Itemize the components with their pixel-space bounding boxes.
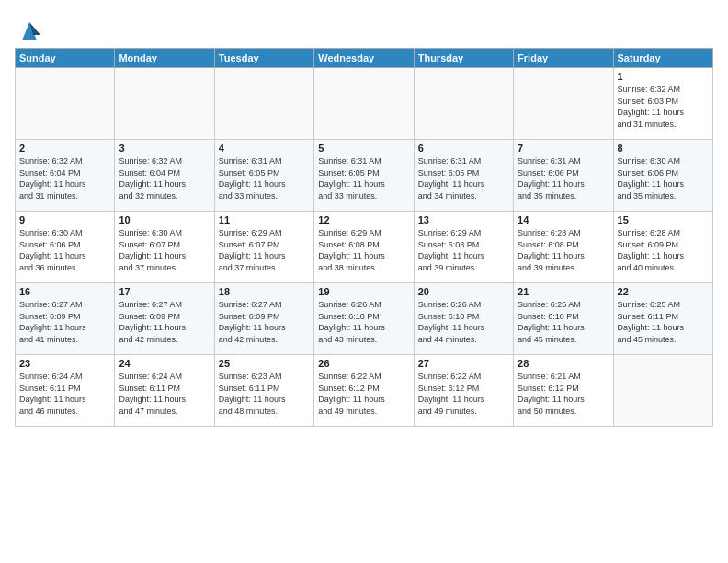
weekday-header-friday: Friday bbox=[514, 49, 613, 68]
day-cell bbox=[214, 68, 313, 140]
day-number: 1 bbox=[618, 71, 709, 82]
weekday-header-thursday: Thursday bbox=[414, 49, 513, 68]
calendar-table: SundayMondayTuesdayWednesdayThursdayFrid… bbox=[15, 48, 713, 427]
day-cell: 25Sunrise: 6:23 AM Sunset: 6:11 PM Dayli… bbox=[214, 355, 313, 427]
week-row-3: 9Sunrise: 6:30 AM Sunset: 6:06 PM Daylig… bbox=[16, 212, 713, 283]
day-cell: 9Sunrise: 6:30 AM Sunset: 6:06 PM Daylig… bbox=[16, 212, 115, 283]
day-info: Sunrise: 6:22 AM Sunset: 6:12 PM Dayligh… bbox=[318, 371, 409, 417]
day-info: Sunrise: 6:26 AM Sunset: 6:10 PM Dayligh… bbox=[418, 299, 509, 345]
day-info: Sunrise: 6:28 AM Sunset: 6:09 PM Dayligh… bbox=[618, 227, 709, 273]
day-cell: 27Sunrise: 6:22 AM Sunset: 6:12 PM Dayli… bbox=[414, 355, 513, 427]
day-info: Sunrise: 6:30 AM Sunset: 6:06 PM Dayligh… bbox=[19, 227, 110, 273]
day-number: 6 bbox=[418, 143, 509, 154]
day-cell: 20Sunrise: 6:26 AM Sunset: 6:10 PM Dayli… bbox=[414, 283, 513, 355]
day-cell bbox=[16, 68, 115, 140]
day-cell: 23Sunrise: 6:24 AM Sunset: 6:11 PM Dayli… bbox=[16, 355, 115, 427]
day-info: Sunrise: 6:31 AM Sunset: 6:05 PM Dayligh… bbox=[418, 155, 509, 201]
day-info: Sunrise: 6:25 AM Sunset: 6:10 PM Dayligh… bbox=[518, 299, 609, 345]
day-number: 17 bbox=[119, 286, 210, 297]
day-info: Sunrise: 6:27 AM Sunset: 6:09 PM Dayligh… bbox=[119, 299, 210, 345]
logo bbox=[15, 15, 44, 40]
day-number: 5 bbox=[318, 143, 409, 154]
day-cell: 26Sunrise: 6:22 AM Sunset: 6:12 PM Dayli… bbox=[314, 355, 414, 427]
day-cell: 10Sunrise: 6:30 AM Sunset: 6:07 PM Dayli… bbox=[115, 212, 214, 283]
day-info: Sunrise: 6:24 AM Sunset: 6:11 PM Dayligh… bbox=[19, 371, 110, 417]
calendar-body: 1Sunrise: 6:32 AM Sunset: 6:03 PM Daylig… bbox=[16, 68, 713, 427]
weekday-header-tuesday: Tuesday bbox=[214, 49, 313, 68]
day-number: 19 bbox=[318, 286, 409, 297]
calendar-header: SundayMondayTuesdayWednesdayThursdayFrid… bbox=[16, 49, 713, 68]
day-number: 13 bbox=[418, 214, 509, 225]
day-number: 20 bbox=[418, 286, 509, 297]
day-cell: 18Sunrise: 6:27 AM Sunset: 6:09 PM Dayli… bbox=[214, 283, 313, 355]
day-info: Sunrise: 6:29 AM Sunset: 6:07 PM Dayligh… bbox=[219, 227, 310, 273]
weekday-header-sunday: Sunday bbox=[16, 49, 115, 68]
day-number: 12 bbox=[318, 214, 409, 225]
weekday-header-monday: Monday bbox=[115, 49, 214, 68]
day-cell bbox=[414, 68, 513, 140]
day-number: 3 bbox=[119, 143, 210, 154]
day-cell: 24Sunrise: 6:24 AM Sunset: 6:11 PM Dayli… bbox=[115, 355, 214, 427]
day-cell: 22Sunrise: 6:25 AM Sunset: 6:11 PM Dayli… bbox=[613, 283, 712, 355]
day-number: 10 bbox=[119, 214, 210, 225]
weekday-header-saturday: Saturday bbox=[613, 49, 712, 68]
day-info: Sunrise: 6:32 AM Sunset: 6:04 PM Dayligh… bbox=[19, 155, 110, 201]
day-cell: 19Sunrise: 6:26 AM Sunset: 6:10 PM Dayli… bbox=[314, 283, 414, 355]
day-cell: 17Sunrise: 6:27 AM Sunset: 6:09 PM Dayli… bbox=[115, 283, 214, 355]
day-info: Sunrise: 6:27 AM Sunset: 6:09 PM Dayligh… bbox=[19, 299, 110, 345]
day-cell: 13Sunrise: 6:29 AM Sunset: 6:08 PM Dayli… bbox=[414, 212, 513, 283]
day-number: 14 bbox=[518, 214, 609, 225]
day-cell bbox=[314, 68, 414, 140]
day-info: Sunrise: 6:24 AM Sunset: 6:11 PM Dayligh… bbox=[119, 371, 210, 417]
day-number: 26 bbox=[318, 358, 409, 369]
day-number: 11 bbox=[219, 214, 310, 225]
day-number: 15 bbox=[618, 214, 709, 225]
day-info: Sunrise: 6:31 AM Sunset: 6:06 PM Dayligh… bbox=[518, 155, 609, 201]
day-number: 24 bbox=[119, 358, 210, 369]
day-number: 18 bbox=[219, 286, 310, 297]
page: SundayMondayTuesdayWednesdayThursdayFrid… bbox=[0, 0, 728, 563]
day-cell bbox=[514, 68, 613, 140]
day-info: Sunrise: 6:32 AM Sunset: 6:04 PM Dayligh… bbox=[119, 155, 210, 201]
day-info: Sunrise: 6:31 AM Sunset: 6:05 PM Dayligh… bbox=[219, 155, 310, 201]
day-cell: 3Sunrise: 6:32 AM Sunset: 6:04 PM Daylig… bbox=[115, 140, 214, 212]
day-number: 27 bbox=[418, 358, 509, 369]
day-number: 21 bbox=[518, 286, 609, 297]
day-info: Sunrise: 6:25 AM Sunset: 6:11 PM Dayligh… bbox=[618, 299, 709, 345]
day-cell: 5Sunrise: 6:31 AM Sunset: 6:05 PM Daylig… bbox=[314, 140, 414, 212]
day-number: 22 bbox=[618, 286, 709, 297]
day-info: Sunrise: 6:32 AM Sunset: 6:03 PM Dayligh… bbox=[618, 84, 709, 130]
day-cell: 12Sunrise: 6:29 AM Sunset: 6:08 PM Dayli… bbox=[314, 212, 414, 283]
day-info: Sunrise: 6:22 AM Sunset: 6:12 PM Dayligh… bbox=[418, 371, 509, 417]
week-row-4: 16Sunrise: 6:27 AM Sunset: 6:09 PM Dayli… bbox=[16, 283, 713, 355]
day-number: 16 bbox=[19, 286, 110, 297]
day-number: 7 bbox=[518, 143, 609, 154]
day-number: 23 bbox=[19, 358, 110, 369]
day-number: 25 bbox=[219, 358, 310, 369]
day-info: Sunrise: 6:26 AM Sunset: 6:10 PM Dayligh… bbox=[318, 299, 409, 345]
week-row-2: 2Sunrise: 6:32 AM Sunset: 6:04 PM Daylig… bbox=[16, 140, 713, 212]
logo-icon bbox=[15, 15, 40, 40]
day-info: Sunrise: 6:28 AM Sunset: 6:08 PM Dayligh… bbox=[518, 227, 609, 273]
day-cell bbox=[115, 68, 214, 140]
day-number: 9 bbox=[19, 214, 110, 225]
day-info: Sunrise: 6:27 AM Sunset: 6:09 PM Dayligh… bbox=[219, 299, 310, 345]
day-number: 2 bbox=[19, 143, 110, 154]
weekday-row: SundayMondayTuesdayWednesdayThursdayFrid… bbox=[16, 49, 713, 68]
day-info: Sunrise: 6:30 AM Sunset: 6:07 PM Dayligh… bbox=[119, 227, 210, 273]
day-cell: 21Sunrise: 6:25 AM Sunset: 6:10 PM Dayli… bbox=[514, 283, 613, 355]
day-info: Sunrise: 6:29 AM Sunset: 6:08 PM Dayligh… bbox=[318, 227, 409, 273]
day-cell: 2Sunrise: 6:32 AM Sunset: 6:04 PM Daylig… bbox=[16, 140, 115, 212]
day-info: Sunrise: 6:31 AM Sunset: 6:05 PM Dayligh… bbox=[318, 155, 409, 201]
day-cell: 8Sunrise: 6:30 AM Sunset: 6:06 PM Daylig… bbox=[613, 140, 712, 212]
week-row-1: 1Sunrise: 6:32 AM Sunset: 6:03 PM Daylig… bbox=[16, 68, 713, 140]
header bbox=[15, 15, 713, 40]
day-cell bbox=[613, 355, 712, 427]
day-cell: 1Sunrise: 6:32 AM Sunset: 6:03 PM Daylig… bbox=[613, 68, 712, 140]
day-info: Sunrise: 6:23 AM Sunset: 6:11 PM Dayligh… bbox=[219, 371, 310, 417]
day-cell: 6Sunrise: 6:31 AM Sunset: 6:05 PM Daylig… bbox=[414, 140, 513, 212]
day-cell: 14Sunrise: 6:28 AM Sunset: 6:08 PM Dayli… bbox=[514, 212, 613, 283]
day-cell: 11Sunrise: 6:29 AM Sunset: 6:07 PM Dayli… bbox=[214, 212, 313, 283]
day-cell: 4Sunrise: 6:31 AM Sunset: 6:05 PM Daylig… bbox=[214, 140, 313, 212]
day-number: 28 bbox=[518, 358, 609, 369]
